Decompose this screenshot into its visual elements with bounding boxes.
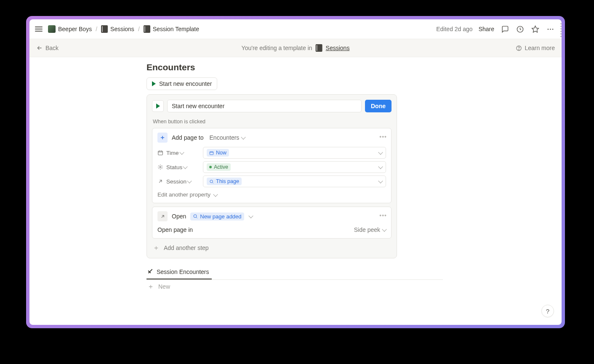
chevron-down-icon [378,178,383,183]
share-button[interactable]: Share [479,26,494,32]
edit-another-property[interactable]: Edit another property [157,191,386,198]
target-label: New page added [200,213,241,220]
token-text: Now [216,150,226,156]
add-another-step[interactable]: ＋ Add another step [152,242,392,254]
run-button[interactable] [152,100,164,112]
chevron-down-icon [378,164,383,169]
window-drag-handle[interactable] [559,22,562,38]
prop-value-status[interactable]: Active [203,161,386,173]
svg-point-3 [550,29,551,30]
prop-row-status: Status Active [157,161,386,173]
step-target-db[interactable]: Encounters [208,133,247,142]
step-more-icon[interactable]: ••• [379,133,387,140]
svg-point-10 [210,180,213,182]
breadcrumb-workspace[interactable]: Beeper Boys [46,24,93,34]
open-in-text: Side peek [354,226,380,233]
back-button[interactable]: Back [36,45,59,51]
banner-msg: You're editing a template in [242,45,312,51]
automation-step-add-page: Add page to Encounters ••• [152,128,392,203]
done-button[interactable]: Done [365,100,392,112]
chevron-down-icon [187,178,192,183]
svg-marker-1 [532,26,538,32]
prop-name: Time [166,150,179,156]
svg-point-6 [519,49,519,50]
plus-icon: ＋ [153,244,160,251]
page-icon [101,25,108,33]
breadcrumb-separator: / [96,26,97,32]
prop-row-time: Time Now [157,147,386,159]
favorite-icon[interactable] [530,24,540,34]
prop-name: Status [166,164,182,170]
svg-rect-8 [210,151,213,154]
prop-label-time[interactable]: Time [157,150,200,156]
svg-point-9 [160,166,161,168]
svg-point-4 [552,29,553,30]
new-row-button[interactable]: ＋ New [147,280,443,293]
topbar: Beeper Boys / Sessions / Session Templat… [29,19,562,39]
svg-point-2 [547,29,549,30]
history-icon[interactable] [515,24,525,34]
breadcrumb: Beeper Boys / Sessions / Session Templat… [46,24,201,34]
step-action-label: Open [172,213,186,220]
breadcrumb-template[interactable]: Session Template [142,24,201,34]
help-button[interactable]: ? [541,305,554,317]
plus-icon [157,133,168,143]
comments-icon[interactable] [500,24,509,34]
view-tabs: Session Encounters [147,266,443,280]
page-icon [144,25,150,33]
play-icon [152,81,156,86]
automation-step-open: Open New page added ••• Open page in S [152,207,392,239]
menu-icon[interactable] [34,24,44,34]
plus-icon: ＋ [147,283,154,290]
open-in-label: Open page in [157,226,193,233]
prop-value-time[interactable]: Now [203,147,386,159]
prop-label-status[interactable]: Status [157,164,200,170]
more-icon[interactable] [546,24,555,34]
page-icon [316,44,322,52]
edited-label: Edited 2d ago [436,26,472,32]
open-icon [157,211,168,221]
open-in-value[interactable]: Side peek [354,226,386,233]
button-label: Start new encounter [159,80,212,87]
play-icon [156,104,160,109]
workspace-icon [48,25,56,33]
prop-row-session: Session This page [157,175,386,187]
banner-db-link[interactable]: Sessions [326,45,350,51]
svg-rect-7 [158,151,163,155]
page-title: Encounters [147,62,443,72]
prop-name: Session [166,178,186,185]
add-step-label: Add another step [164,244,209,251]
learn-more-link[interactable]: Learn more [516,45,555,51]
token-text: Active [214,164,228,170]
tab-label: Session Encounters [157,268,209,275]
chevron-down-icon [183,164,188,169]
back-label: Back [45,45,59,51]
step-open-target[interactable]: New page added [190,213,244,221]
chevron-down-icon [179,150,184,154]
breadcrumb-sessions[interactable]: Sessions [99,24,136,34]
page-content: Encounters Start new encounter Done When… [29,57,562,325]
breadcrumb-label: Sessions [110,26,134,32]
svg-point-11 [194,215,197,218]
breadcrumb-label: Session Template [153,26,199,32]
when-clicked-label: When button is clicked [153,119,392,125]
button-name-input[interactable] [167,100,362,112]
template-banner: Back You're editing a template in Sessio… [29,39,562,57]
edit-another-label: Edit another property [157,191,210,198]
start-encounter-button[interactable]: Start new encounter [147,77,217,90]
step-more-icon[interactable]: ••• [379,212,387,219]
tab-session-encounters[interactable]: Session Encounters [147,266,212,279]
db-name: Encounters [210,134,240,141]
prop-value-session[interactable]: This page [203,175,386,187]
learn-more-label: Learn more [525,45,555,51]
breadcrumb-separator: / [138,26,140,32]
chevron-down-icon [378,150,383,154]
chevron-down-icon [248,213,253,218]
token-text: This page [216,178,239,184]
new-label: New [158,283,170,290]
chevron-down-icon [213,192,218,197]
prop-label-session[interactable]: Session [157,178,200,185]
step-action-label: Add page to [172,134,204,141]
breadcrumb-label: Beeper Boys [58,26,92,32]
sword-icon [147,269,153,275]
